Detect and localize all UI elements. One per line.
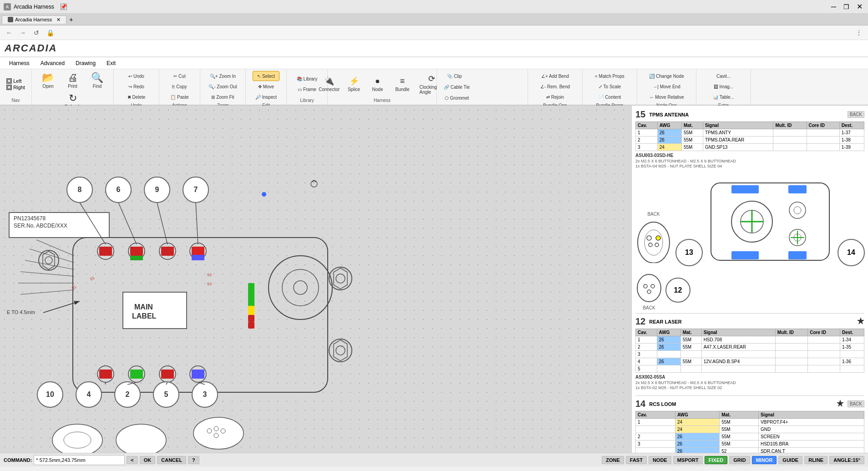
- redo-btn[interactable]: ↪ Redo: [125, 81, 148, 91]
- zoom-in-btn[interactable]: 🔍+ Zoom In: [206, 71, 240, 81]
- msport-btn[interactable]: MSPORT: [673, 456, 703, 464]
- svg-point-83: [116, 424, 166, 453]
- splice-btn[interactable]: ⚡ Splice: [343, 74, 365, 94]
- svg-point-14: [269, 256, 332, 319]
- clocking-icon: ⟳: [428, 74, 435, 84]
- new-tab-btn[interactable]: +: [66, 15, 76, 24]
- move-btn[interactable]: ✥ Move: [253, 81, 279, 91]
- canvas-area[interactable]: PN12345678 SER.No. ABCDE/XXX: [0, 106, 631, 453]
- node-btn[interactable]: ● Node: [366, 75, 389, 94]
- fixed-btn[interactable]: FIXED: [705, 456, 727, 464]
- add-bend-btn[interactable]: ∠+ Add Bend: [538, 71, 573, 81]
- menu-exit[interactable]: Exit: [102, 59, 120, 67]
- settings-icon[interactable]: ⋮: [853, 27, 864, 38]
- svg-point-15: [282, 269, 319, 306]
- move-end-btn[interactable]: →| Move End: [646, 81, 687, 91]
- help-btn[interactable]: ?: [188, 456, 199, 464]
- print-btn[interactable]: 🖨 Print: [61, 71, 85, 91]
- nav-left-toggle[interactable]: ■ Left: [6, 78, 25, 84]
- delete-btn[interactable]: ✖ Delete: [125, 92, 148, 102]
- match-props-btn[interactable]: ≈ Match Props: [592, 71, 627, 81]
- main-content: PN12345678 SER.No. ABCDE/XXX: [0, 106, 868, 453]
- svg-text:91: 91: [89, 275, 96, 282]
- select-btn[interactable]: ↖ Select: [253, 71, 279, 81]
- node-btn[interactable]: NODE: [649, 456, 671, 464]
- to-scale-btn[interactable]: ⤢ To Scale: [592, 81, 627, 91]
- svg-point-81: [52, 424, 102, 453]
- oval-connector-svg: [635, 218, 672, 263]
- content-btn[interactable]: 📄 Content: [592, 92, 627, 102]
- rejoin-btn[interactable]: ⇌ Rejoin: [538, 92, 573, 102]
- svg-rect-108: [788, 251, 807, 259]
- grommet-btn[interactable]: ⬡ Grommet: [440, 93, 474, 103]
- undo-btn[interactable]: ↩ Undo: [125, 71, 148, 81]
- menu-drawing[interactable]: Drawing: [71, 59, 100, 67]
- node-icon: ●: [375, 76, 380, 86]
- window-title: Arcadia Harness: [14, 4, 54, 10]
- open-btn[interactable]: 📂 Open: [36, 71, 60, 91]
- zoom-fit-btn[interactable]: ⊞ Zoom Fit: [206, 92, 240, 102]
- laser-row-2: 2 26 55M A47.X.LASER.REAR 1-35: [636, 344, 864, 351]
- rline-btn[interactable]: RLINE: [804, 456, 827, 464]
- rcs-row-2: 24 55M GND: [636, 426, 864, 433]
- svg-rect-20: [248, 322, 254, 329]
- pin-icon[interactable]: 📌: [61, 4, 67, 10]
- image-btn[interactable]: 🖼 Imag...: [710, 81, 737, 91]
- copy-btn[interactable]: ⎘ Copy: [168, 81, 191, 91]
- bundle-btn[interactable]: ≡ Bundle: [390, 75, 415, 94]
- forward-btn[interactable]: →: [17, 27, 28, 38]
- find-btn[interactable]: 🔍 Find: [86, 71, 109, 91]
- rem-bend-btn[interactable]: ∠- Rem. Bend: [538, 81, 573, 91]
- close-btn[interactable]: ✕: [855, 2, 864, 11]
- arcadia-logo: ARCADIA: [5, 42, 57, 54]
- svg-point-122: [644, 284, 647, 288]
- back-btn[interactable]: ←: [4, 27, 15, 38]
- clip-btn[interactable]: 📎 Clip: [440, 71, 469, 81]
- tab-close-icon[interactable]: ✕: [56, 17, 61, 23]
- svg-point-84: [193, 417, 244, 449]
- change-node-btn[interactable]: 🔄 Change Node: [646, 71, 687, 81]
- grid-btn[interactable]: GRID: [729, 456, 750, 464]
- laser-row-1: 1 26 55M HSD.708 1-34: [636, 336, 864, 344]
- move-relative-btn[interactable]: ↔ Move Relative: [646, 92, 687, 102]
- svg-text:8: 8: [78, 186, 82, 193]
- minor-btn[interactable]: MINOR: [752, 456, 777, 464]
- table-btn[interactable]: 📊 Table...: [710, 92, 737, 102]
- svg-rect-32: [161, 370, 174, 379]
- toolbar-bundle-props-section: ≈ Match Props ⤢ To Scale 📄 Content Bundl…: [583, 69, 637, 105]
- connector-12-row: BACK 12: [635, 270, 864, 310]
- minimize-btn[interactable]: ─: [829, 3, 838, 11]
- tab-arcadia-harness[interactable]: Arcadia Harness ✕: [2, 15, 66, 24]
- fast-btn[interactable]: FAST: [626, 456, 647, 464]
- title-bar: A Arcadia Harness 📌 ─ ❐ ✕: [0, 0, 868, 14]
- cavit-btn[interactable]: Cavit...: [710, 71, 737, 81]
- command-input[interactable]: [34, 455, 125, 465]
- rcs-number: 14: [635, 399, 645, 409]
- cancel-btn[interactable]: CANCEL: [157, 456, 186, 464]
- reload-btn[interactable]: ↺: [31, 27, 42, 38]
- zoom-out-btn[interactable]: 🔍- Zoom Out: [206, 81, 240, 91]
- zone-btn[interactable]: ZONE: [602, 456, 624, 464]
- ok-btn[interactable]: OK: [140, 456, 156, 464]
- guide-btn[interactable]: GUIDE: [778, 456, 802, 464]
- menu-advanced[interactable]: Advanced: [36, 59, 69, 67]
- nav-right-toggle[interactable]: ■ Right: [6, 85, 25, 90]
- angle-btn[interactable]: ANGLE:15°: [829, 456, 864, 464]
- right-panel: 15 TPMS ANTENNA BACK Cav. AWG Mat. Signa…: [631, 106, 868, 453]
- toolbar-extra-section: Cavit... 🖼 Imag... 📊 Table... Extra: [696, 69, 751, 105]
- svg-rect-13: [192, 255, 204, 260]
- connector-12-circle: 12: [665, 278, 690, 303]
- inspect-btn[interactable]: 🔎 Inspect: [253, 92, 279, 102]
- laser-sub1: 2x M2.5 X 6 BUTTONHEAD - M2.5 X 6 BUTTON…: [635, 380, 864, 385]
- cable-tie-btn[interactable]: 🔗 Cable Tie: [440, 82, 474, 92]
- paste-btn[interactable]: 📋 Paste: [168, 92, 191, 102]
- cut-btn[interactable]: ✂ Cut: [168, 71, 191, 81]
- lt-btn[interactable]: <: [127, 456, 137, 464]
- svg-rect-12: [192, 247, 204, 256]
- connector-btn[interactable]: 🔌 Connector: [317, 74, 342, 94]
- rcs-table: Cav. AWG Mat. Signal 1 24 55M VBPROT.F4+: [635, 411, 864, 453]
- small-oval-svg: [635, 270, 663, 304]
- menu-harness[interactable]: Harness: [5, 59, 34, 67]
- restore-btn[interactable]: ❐: [842, 3, 851, 10]
- section-divider-1: [635, 313, 864, 314]
